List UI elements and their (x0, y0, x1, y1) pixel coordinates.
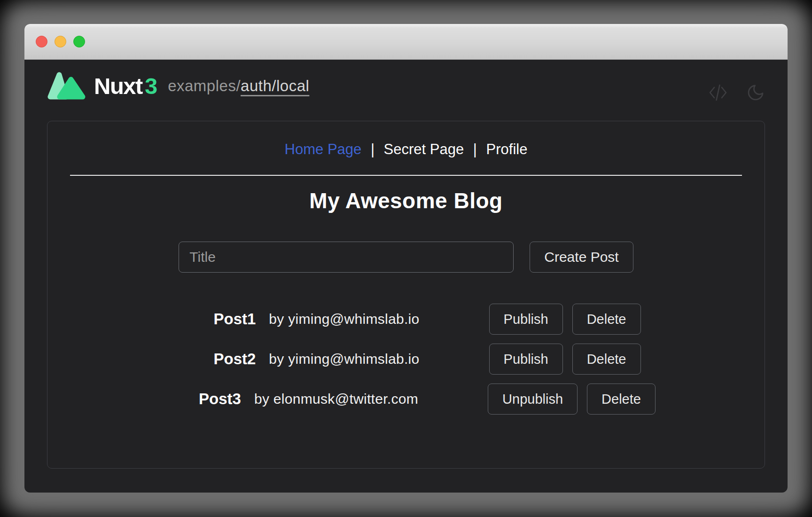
nav-separator: | (473, 141, 477, 157)
create-post-button[interactable]: Create Post (530, 242, 633, 273)
desktop-background: Nuxt 3 examples/auth/local (0, 0, 812, 517)
nav-link-home-page[interactable]: Home Page (285, 141, 362, 157)
app-header: Nuxt 3 examples/auth/local (47, 60, 765, 110)
nav-link-profile[interactable]: Profile (486, 141, 528, 157)
post-title: Post2 (213, 350, 256, 368)
brand-version: 3 (145, 73, 157, 99)
nuxt-logo-icon (47, 70, 86, 102)
publish-toggle-button[interactable]: Publish (489, 344, 563, 375)
post-author: by yiming@whimslab.io (269, 311, 419, 327)
content-panel: Home Page | Secret Page | Profile My Awe… (47, 121, 765, 469)
brand-home-link[interactable]: Nuxt 3 (47, 70, 157, 102)
app-content: Nuxt 3 examples/auth/local (24, 60, 788, 493)
moon-icon[interactable] (746, 83, 765, 102)
publish-toggle-button[interactable]: Unpublish (488, 384, 578, 415)
posts-list: Post1 by yiming@whimslab.io Publish Dele… (69, 304, 765, 415)
header-actions (709, 83, 765, 102)
delete-post-button[interactable]: Delete (572, 344, 641, 375)
breadcrumb: examples/auth/local (168, 77, 309, 95)
delete-post-button[interactable]: Delete (572, 304, 641, 335)
post-actions: Unpublish Delete (488, 384, 656, 415)
post-row: Post3 by elonmusk@twitter.com Unpublish … (69, 384, 765, 415)
page-title: My Awesome Blog (47, 188, 765, 213)
publish-toggle-button[interactable]: Publish (489, 304, 563, 335)
minimize-window-button[interactable] (55, 36, 66, 47)
post-row: Post2 by yiming@whimslab.io Publish Dele… (69, 344, 765, 375)
post-author: by elonmusk@twitter.com (254, 391, 418, 407)
app-window: Nuxt 3 examples/auth/local (24, 24, 788, 493)
brand-name: Nuxt (94, 73, 142, 99)
code-icon[interactable] (709, 84, 727, 102)
post-actions: Publish Delete (489, 304, 641, 335)
nav-divider (70, 175, 742, 176)
page-nav: Home Page | Secret Page | Profile (47, 121, 765, 158)
breadcrumb-link[interactable]: auth/local (241, 77, 309, 94)
post-actions: Publish Delete (489, 344, 641, 375)
post-author: by yiming@whimslab.io (269, 351, 419, 367)
post-row: Post1 by yiming@whimslab.io Publish Dele… (69, 304, 765, 335)
window-titlebar[interactable] (24, 24, 788, 60)
nav-link-secret-page[interactable]: Secret Page (384, 141, 464, 157)
post-title: Post1 (213, 310, 256, 328)
breadcrumb-prefix: examples/ (168, 77, 241, 94)
close-window-button[interactable] (36, 36, 47, 47)
delete-post-button[interactable]: Delete (587, 384, 656, 415)
zoom-window-button[interactable] (73, 36, 85, 47)
create-post-form: Create Post (47, 242, 765, 273)
title-input[interactable] (179, 242, 514, 273)
nav-separator: | (371, 141, 375, 157)
post-title: Post3 (199, 390, 241, 408)
